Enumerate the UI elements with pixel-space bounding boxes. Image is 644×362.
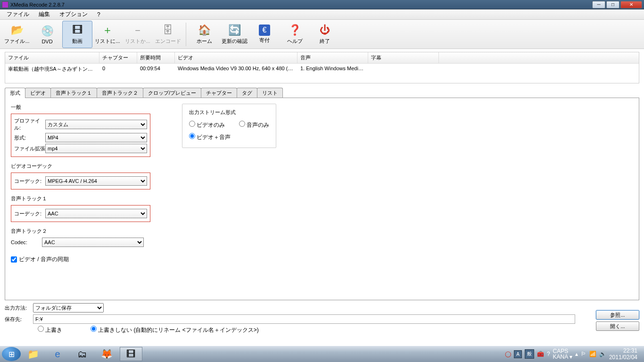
vcodec-highlight-box: コーデック: MPEG-4 AVC / H.264 [11,173,150,189]
menu-file[interactable]: ファイル [2,9,34,19]
start-button[interactable]: ⊞ [2,347,21,361]
ext-select[interactable]: mp4 [45,144,147,153]
maximize-button[interactable]: □ [606,1,619,8]
tray-arrow-icon[interactable]: ▴ [575,351,578,357]
output-path-input[interactable] [33,314,575,324]
ime-caps-kana[interactable]: CAPSKANA ▾ [553,348,572,360]
tab-list[interactable]: リスト [257,88,283,98]
folder-open-icon: 📂 [10,24,24,37]
task-firefox[interactable]: 🦊 [95,347,118,361]
tab-crop[interactable]: クロップ/プレビュー [143,88,201,98]
menu-options[interactable]: オプション [55,9,92,19]
film-icon: 🎞 [71,24,84,37]
col-file[interactable]: ファイル [5,52,99,63]
file-row[interactable]: 車載動画（越中境SA～さみずトンネ... 0 00:09:54 Windows … [5,64,639,74]
system-tray: ◯ A 般 🧰 ? CAPSKANA ▾ ▴ 🏳 📶 🔊 22:31 2011/… [505,347,642,361]
vcodec-select[interactable]: MPEG-4 AVC / H.264 [45,176,147,186]
toolbar-separator [186,23,186,46]
ext-label: ファイル拡張 [14,145,45,152]
task-xmedia[interactable]: 🎞 [120,347,142,361]
euro-icon: € [259,25,270,36]
tray-network-icon[interactable]: 📶 [589,351,596,357]
acodec1-select[interactable]: AAC [45,209,147,218]
overwrite-radio[interactable] [38,326,44,332]
profile-label: プロファイル: [14,117,45,132]
tray-antivirus-icon[interactable]: ◯ [505,351,511,357]
menu-edit[interactable]: 編集 [34,9,55,19]
format-panel: 一般 プロファイル: カスタム 形式: MP4 ファイル拡張 mp4 ビデオコー… [5,98,639,300]
stream-audio-only-radio[interactable] [239,121,245,127]
sync-label: ビデオ / 音声の同期 [19,255,69,263]
format-select[interactable]: MP4 [45,133,147,142]
atrack1-group-title: 音声トラック１ [11,195,171,202]
ime-mode-a[interactable]: A [514,350,522,358]
task-ie[interactable]: e [46,347,69,361]
tab-video[interactable]: ビデオ [25,88,51,98]
sync-checkbox[interactable] [11,256,17,263]
toolbar-help-button[interactable]: ❓ ヘルプ [280,21,310,48]
col-time[interactable]: 所要時間 [137,52,175,63]
output-stream-group: 出力ストリーム形式 ビデオのみ 音声のみ ビデオ＋音声 [182,104,276,148]
firefox-icon: 🦊 [101,348,113,360]
tray-volume-icon[interactable]: 🔊 [599,351,606,357]
atrack2-group-title: 音声トラック２ [11,228,171,235]
no-overwrite-radio[interactable] [91,326,97,332]
toolbar-file-button[interactable]: 📂 ファイル... [2,21,32,48]
folder-icon: 🗂 [77,349,87,360]
toolbar-addlist-button[interactable]: ＋ リストに... [92,21,123,48]
toolbar-update-button[interactable]: 🔄 更新の確認 [219,21,249,48]
col-subs[interactable]: 字幕 [368,52,439,63]
acodec2-select[interactable]: AAC [42,238,144,247]
acodec2-label: Codec: [11,239,42,245]
output-dest-label: 保存先: [5,316,33,323]
toolbar-dvd-button[interactable]: 💿 DVD [32,21,62,48]
task-explorer[interactable]: 📁 [22,347,44,361]
col-audio[interactable]: 音声 [297,52,368,63]
acodec1-label: コーデック: [14,210,45,217]
ime-help-icon[interactable]: ? [547,351,550,357]
ime-mode-b[interactable]: 般 [525,349,534,359]
atrack1-highlight-box: コーデック: AAC [11,205,150,222]
stream-video-only-radio[interactable] [189,121,195,127]
general-highlight-box: プロファイル: カスタム 形式: MP4 ファイル拡張 mp4 [11,114,150,157]
browse-button[interactable]: 参照... [596,310,639,320]
window-controls: ─ □ ✕ [592,1,642,8]
film-icon: 🎞 [126,349,136,360]
encode-icon: 🗄 [161,24,174,37]
stream-title: 出力ストリーム形式 [189,109,269,116]
output-area: 出力方法: フォルダに保存 保存先: 参照... 開く... 上書き 上書きしな… [5,302,639,336]
tab-chapter[interactable]: チャプター [201,88,237,98]
col-chapter[interactable]: チャプター [99,52,137,63]
profile-select[interactable]: カスタム [45,120,147,129]
home-icon: 🏠 [198,24,211,37]
toolbar-movie-button[interactable]: 🎞 動画 [62,21,92,48]
minus-icon: － [131,24,144,37]
output-method-select[interactable]: フォルダに保存 [33,303,104,313]
toolbar-home-button[interactable]: 🏠 ホーム [189,21,219,48]
task-explorer2[interactable]: 🗂 [71,347,93,361]
plus-icon: ＋ [101,24,114,37]
tab-audiotrack2[interactable]: 音声トラック２ [97,88,143,98]
taskbar-clock[interactable]: 22:31 2011/02/04 [609,347,637,361]
toolbar-exit-button[interactable]: ⏻ 終了 [310,21,340,48]
tray-flag-icon[interactable]: 🏳 [581,351,586,357]
menubar: ファイル 編集 オプション ? [0,9,644,20]
general-group-title: 一般 [11,104,171,111]
refresh-icon: 🔄 [228,24,241,37]
tab-format[interactable]: 形式 [5,88,25,98]
vcodec-label: コーデック: [14,178,45,185]
tab-tag[interactable]: タグ [237,88,257,98]
ime-toolbox-icon[interactable]: 🧰 [537,351,544,357]
tab-audiotrack1[interactable]: 音声トラック１ [50,88,97,98]
open-button[interactable]: 開く... [596,321,639,331]
help-icon: ❓ [288,24,301,37]
power-icon: ⏻ [318,24,331,37]
close-button[interactable]: ✕ [620,1,642,8]
minimize-button[interactable]: ─ [592,1,605,8]
col-video[interactable]: ビデオ [175,52,297,63]
folder-icon: 📁 [27,348,39,360]
stream-both-radio[interactable] [189,133,195,139]
file-list: ファイル チャプター 所要時間 ビデオ 音声 字幕 車載動画（越中境SA～さみず… [5,52,639,83]
menu-help[interactable]: ? [92,10,105,19]
toolbar-donate-button[interactable]: € 寄付 [249,21,280,48]
